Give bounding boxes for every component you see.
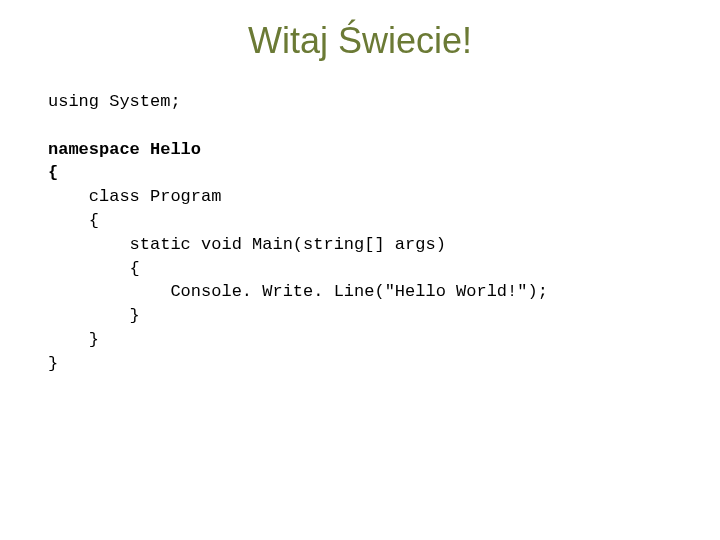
code-line-class: class Program xyxy=(48,187,221,206)
code-line-using: using System; xyxy=(48,92,181,111)
code-line-console: Console. Write. Line("Hello World!"); xyxy=(48,282,548,301)
code-line-open-brace-class: { xyxy=(48,211,99,230)
code-line-open-brace-ns: { xyxy=(48,163,58,182)
slide: Witaj Świecie! using System; namespace H… xyxy=(0,0,720,540)
code-block: using System; namespace Hello { class Pr… xyxy=(48,90,672,376)
code-line-main: static void Main(string[] args) xyxy=(48,235,446,254)
code-line-close-brace-main: } xyxy=(48,306,140,325)
code-line-namespace: namespace Hello xyxy=(48,140,201,159)
code-line-close-brace-class: } xyxy=(48,330,99,349)
page-title: Witaj Świecie! xyxy=(48,20,672,62)
code-line-open-brace-main: { xyxy=(48,259,140,278)
code-line-close-brace-ns: } xyxy=(48,354,58,373)
